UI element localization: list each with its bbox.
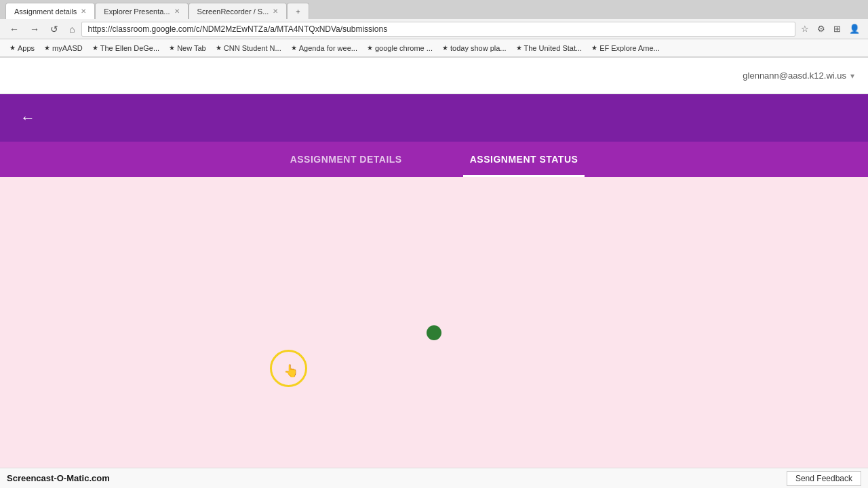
bookmark-label: EF Explore Ame...	[599, 44, 660, 52]
bottom-bar: Screencast-O-Matic.com Send Feedback	[0, 468, 868, 488]
tab-label: ScreenRecorder / S...	[197, 7, 269, 16]
bookmark-apps[interactable]: ★ Apps	[5, 43, 39, 54]
refresh-button[interactable]: ↺	[46, 22, 62, 36]
bookmark-myaasd[interactable]: ★ myAASD	[40, 43, 87, 54]
top-bar: glennann@aasd.k12.wi.us ▾	[0, 58, 868, 94]
user-email: glennann@aasd.k12.wi.us	[743, 70, 846, 81]
back-button[interactable]: ←	[5, 22, 23, 36]
bookmark-icon: ★	[367, 44, 373, 52]
tab-assignment-details[interactable]: ASSIGNMENT DETAILS	[283, 142, 409, 177]
bookmark-label: CNN Student N...	[224, 44, 281, 52]
bookmark-icon: ★	[44, 44, 50, 52]
bookmark-label: myAASD	[52, 44, 83, 52]
extensions-icon-btn[interactable]: ⊞	[831, 22, 844, 35]
browser-tab-explorer[interactable]: Explorer Presenta... ✕	[95, 3, 188, 19]
bookmark-icon: ★	[291, 44, 297, 52]
bookmark-label: Agenda for wee...	[299, 44, 357, 52]
bookmark-icon: ★	[442, 44, 448, 52]
purple-header: ←	[0, 94, 868, 142]
tab-details-label: ASSIGNMENT DETAILS	[290, 154, 402, 165]
bookmark-cnn[interactable]: ★ CNN Student N...	[212, 43, 285, 54]
tab-label: Assignment details	[14, 7, 77, 16]
settings-icon-btn[interactable]: ⚙	[814, 22, 828, 35]
cursor-highlight-circle	[270, 350, 307, 387]
tab-label: +	[296, 7, 300, 16]
bookmark-ef-explore[interactable]: ★ EF Explore Ame...	[587, 43, 664, 54]
send-feedback-button[interactable]: Send Feedback	[787, 471, 861, 486]
main-content: 👆	[0, 177, 868, 488]
bookmark-icon: ★	[169, 44, 175, 52]
user-info[interactable]: glennann@aasd.k12.wi.us ▾	[743, 70, 854, 81]
bookmark-chrome[interactable]: ★ google chrome ...	[363, 43, 437, 54]
browser-tab-screenrecorder[interactable]: ScreenRecorder / S... ✕	[189, 3, 288, 19]
tab-close-btn[interactable]: ✕	[81, 7, 86, 15]
bookmark-icon: ★	[92, 44, 98, 52]
app-area: glennann@aasd.k12.wi.us ▾ ← ASSIGNMENT D…	[0, 58, 868, 488]
bookmark-todayshow[interactable]: ★ today show pla...	[438, 43, 511, 54]
tab-bar: Assignment details ✕ Explorer Presenta..…	[0, 0, 868, 19]
bookmark-label: New Tab	[177, 44, 206, 52]
bookmark-icon: ★	[516, 44, 522, 52]
address-bar[interactable]	[81, 22, 795, 37]
tab-assignment-status[interactable]: ASSIGNMENT STATUS	[463, 142, 585, 177]
bookmark-agenda[interactable]: ★ Agenda for wee...	[287, 43, 361, 54]
tab-close-btn[interactable]: ✕	[273, 7, 278, 15]
bookmarks-bar: ★ Apps ★ myAASD ★ The Ellen DeGe... ★ Ne…	[0, 39, 868, 57]
person-icon-btn[interactable]: 👤	[846, 22, 863, 35]
cursor-hand-icon: 👆	[283, 363, 298, 378]
dropdown-arrow-icon: ▾	[850, 71, 854, 81]
bookmark-label: The United Stat...	[524, 44, 583, 52]
browser-tab-empty[interactable]: +	[287, 3, 309, 19]
forward-button[interactable]: →	[26, 22, 43, 36]
loading-indicator	[427, 325, 441, 340]
navigation-bar: ← → ↺ ⌂ ☆ ⚙ ⊞ 👤	[0, 19, 868, 39]
bookmark-icon: ★	[9, 44, 16, 52]
bookmark-label: Apps	[18, 44, 35, 52]
bookmark-icon: ★	[216, 44, 222, 52]
bookmark-unitedstat[interactable]: ★ The United Stat...	[512, 43, 587, 54]
bookmark-ellen[interactable]: ★ The Ellen DeGe...	[88, 43, 163, 54]
bookmark-icon: ★	[591, 44, 597, 52]
back-arrow-button[interactable]: ←	[20, 109, 35, 127]
tab-close-btn[interactable]: ✕	[174, 7, 180, 15]
bookmark-newtab[interactable]: ★ New Tab	[165, 43, 210, 54]
screencast-logo: Screencast-O-Matic.com	[7, 473, 110, 483]
bookmark-label: The Ellen DeGe...	[100, 44, 159, 52]
tab-label: Explorer Presenta...	[104, 7, 170, 16]
bookmark-label: today show pla...	[450, 44, 507, 52]
home-button[interactable]: ⌂	[65, 22, 79, 36]
tab-status-label: ASSIGNMENT STATUS	[470, 154, 578, 165]
bookmark-label: google chrome ...	[375, 44, 433, 52]
tabs-section: ASSIGNMENT DETAILS ASSIGNMENT STATUS	[0, 142, 868, 177]
star-icon-btn[interactable]: ☆	[798, 22, 812, 35]
browser-tab-assignment-details[interactable]: Assignment details ✕	[5, 3, 95, 19]
